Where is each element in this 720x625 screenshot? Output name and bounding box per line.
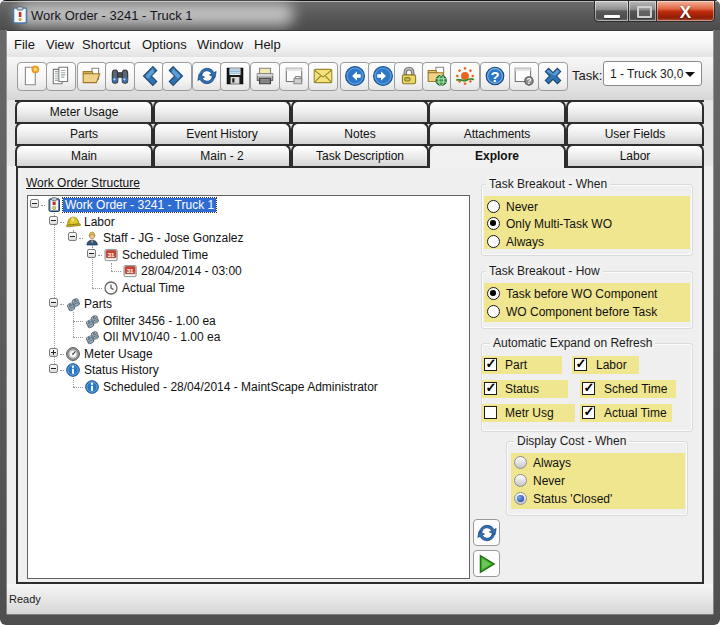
svg-text:31: 31 — [108, 250, 115, 257]
svg-text:?: ? — [490, 69, 499, 85]
svg-text:?: ? — [526, 77, 531, 86]
svg-text:31: 31 — [127, 267, 134, 274]
